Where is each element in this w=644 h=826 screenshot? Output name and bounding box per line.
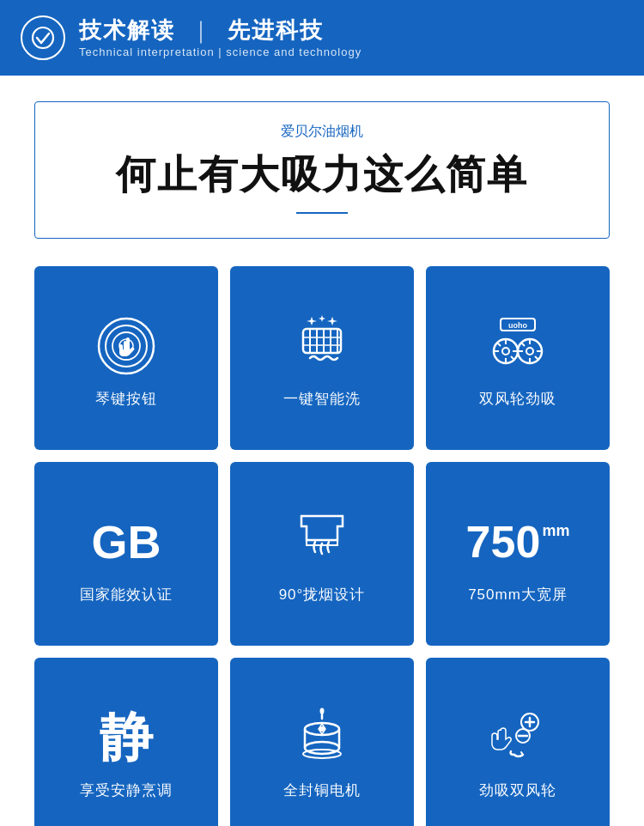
svg-marker-6 xyxy=(319,315,325,322)
feature-dual-fan2[interactable]: 劲吸双风轮 xyxy=(426,658,610,826)
fan-icon: uoho xyxy=(483,312,552,380)
feature-quiet[interactable]: 静 享受安静烹调 xyxy=(34,658,218,826)
feature-keyboard-button[interactable]: 琴键按钮 xyxy=(34,266,218,450)
feature-smart-wash[interactable]: 一键智能洗 xyxy=(230,266,414,450)
feature-label-quiet: 享受安静烹调 xyxy=(80,780,173,800)
hero-line xyxy=(296,212,348,214)
feature-label-gb: 国家能效认证 xyxy=(80,585,173,604)
feature-label-smart-wash: 一键智能洗 xyxy=(283,389,361,409)
header-title-en: Technical interpretation | science and t… xyxy=(79,46,361,58)
svg-text:uoho: uoho xyxy=(508,321,527,330)
feature-copper-motor[interactable]: 全封铜电机 xyxy=(230,658,414,826)
gb-icon: GB xyxy=(92,507,161,576)
svg-line-25 xyxy=(511,356,514,360)
svg-point-19 xyxy=(502,348,509,355)
feature-label-750mm: 750mm大宽屏 xyxy=(468,585,568,604)
quiet-icon: 静 xyxy=(92,703,161,772)
feature-label-dual-fan: 双风轮劲吸 xyxy=(479,389,556,409)
svg-marker-7 xyxy=(327,317,337,325)
header-logo xyxy=(21,15,65,60)
touch-icon xyxy=(92,312,161,380)
feature-label-keyboard: 琴键按钮 xyxy=(95,389,157,409)
feature-label-dual-fan2: 劲吸双风轮 xyxy=(479,780,556,800)
svg-point-40 xyxy=(305,742,339,754)
page-header: 技术解读 ｜ 先进科技 Technical interpretation | s… xyxy=(0,0,644,76)
main-content: 爱贝尔油烟机 何止有大吸力这么简单 琴键按钮 xyxy=(0,76,644,826)
750mm-icon: 750 mm xyxy=(483,507,552,576)
feature-label-motor: 全封铜电机 xyxy=(283,780,361,800)
svg-point-36 xyxy=(320,708,325,714)
feature-gb-cert[interactable]: GB 国家能效认证 xyxy=(34,462,218,646)
smoke-icon xyxy=(288,507,356,576)
feature-grid: 琴键按钮 xyxy=(34,266,610,826)
wash-icon xyxy=(288,312,356,380)
header-title-cn: 技术解读 ｜ 先进科技 xyxy=(79,17,361,44)
feature-750mm[interactable]: 750 mm 750mm大宽屏 xyxy=(426,462,610,646)
svg-line-32 xyxy=(521,343,525,346)
svg-marker-5 xyxy=(307,317,317,325)
hero-card: 爱贝尔油烟机 何止有大吸力这么简单 xyxy=(34,101,610,239)
svg-point-27 xyxy=(526,348,533,355)
dualfan2-icon xyxy=(483,703,552,772)
svg-rect-8 xyxy=(303,329,341,353)
header-text: 技术解读 ｜ 先进科技 Technical interpretation | s… xyxy=(79,17,361,58)
feature-dual-fan[interactable]: uoho xyxy=(426,266,610,450)
svg-point-0 xyxy=(33,27,53,48)
feature-smoke-design[interactable]: 90°拢烟设计 xyxy=(230,462,414,646)
motor-icon xyxy=(288,703,356,772)
hero-title: 何止有大吸力这么简单 xyxy=(61,151,583,198)
feature-label-smoke: 90°拢烟设计 xyxy=(279,585,366,604)
svg-line-24 xyxy=(497,343,501,346)
svg-line-33 xyxy=(535,356,538,360)
hero-subtitle: 爱贝尔油烟机 xyxy=(61,123,583,141)
